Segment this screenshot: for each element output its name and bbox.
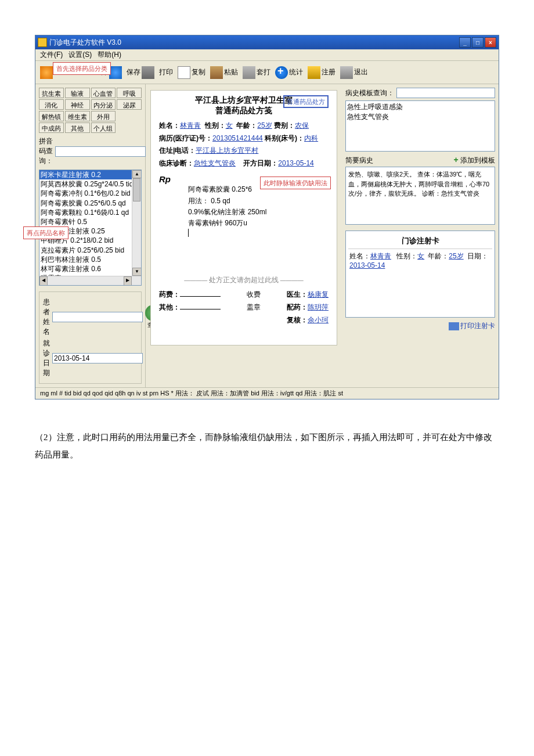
window-title: 门诊电子处方软件 V3.0 bbox=[49, 38, 121, 48]
new-icon bbox=[40, 66, 53, 79]
text-cursor bbox=[188, 229, 189, 237]
rx-line: 用法： 0.5 qd bbox=[188, 196, 329, 207]
category-button[interactable]: 个人组套 bbox=[91, 123, 116, 133]
category-button[interactable]: 外用 bbox=[91, 111, 116, 121]
template-item[interactable]: 急性支气管炎 bbox=[347, 112, 493, 122]
rx-stamp: 普通药品处方 bbox=[283, 95, 329, 108]
prescription-paper: 平江县上坊乡宜平村卫生室 普通药品处方笺 普通药品处方 姓名：林青青 性别：女 … bbox=[150, 90, 337, 345]
drug-list-item[interactable]: 阿米卡星注射液 0.2 bbox=[39, 170, 141, 179]
scroll-left-icon[interactable]: ◀ bbox=[39, 276, 48, 286]
key-icon bbox=[308, 66, 320, 79]
scroll-up-icon[interactable]: ▲ bbox=[132, 170, 142, 178]
exit-icon bbox=[340, 66, 353, 79]
save-button[interactable]: 保存 bbox=[124, 63, 157, 82]
pinyin-input[interactable] bbox=[55, 146, 146, 157]
copy-icon bbox=[178, 66, 190, 79]
rx-footer: 药费： 其他： 收费盖章 医生：杨康复 配药：陈玥萍 复核：余小珂 bbox=[159, 289, 329, 326]
category-button[interactable]: 泌尿 bbox=[117, 99, 142, 110]
drug-list-item[interactable]: 阿莫西林胶囊 0.25g*24/0.5 tid bbox=[39, 179, 141, 189]
copy-button[interactable]: 复制 bbox=[175, 63, 208, 82]
plus-icon bbox=[275, 66, 288, 79]
drug-list-item[interactable]: 阿奇霉素胶囊 0.25*6/0.5 qd bbox=[39, 199, 141, 208]
category-button[interactable]: 心血管 bbox=[91, 88, 116, 98]
reg-button[interactable]: 注册 bbox=[305, 63, 338, 82]
status-bar: mg ml # tid bid qd qod qid q8h qn iv st … bbox=[35, 387, 499, 399]
paste-button[interactable]: 粘贴 bbox=[208, 63, 240, 82]
maximize-button[interactable]: □ bbox=[472, 37, 484, 48]
patient-name-input[interactable] bbox=[52, 312, 143, 322]
printer-icon bbox=[142, 66, 154, 79]
callout-category: 首先选择药品分类 bbox=[53, 62, 111, 75]
template-list[interactable]: 急性上呼吸道感染急性支气管炎 bbox=[345, 100, 495, 152]
visit-date-label: 就诊日期 bbox=[43, 339, 50, 378]
toolbar: 首先选择药品分类 开 保存 打印 复制 粘贴 套打 统计 注册 退出 bbox=[35, 61, 499, 84]
rx-line: 0.9%氯化钠注射液 250ml bbox=[188, 207, 329, 218]
open-icon bbox=[109, 66, 122, 79]
category-grid: 抗生素输液心血管呼吸消化神经内分泌泌尿解热镇痛维生素激素外用中成药其他个人组套 bbox=[39, 88, 142, 133]
template-search-label: 病史模板查询： bbox=[345, 88, 394, 98]
rx-line: 青霉素钠针 960万u bbox=[188, 218, 329, 229]
patient-name-label: 患者姓名 bbox=[43, 297, 50, 337]
menu-file[interactable]: 文件(F) bbox=[38, 49, 65, 61]
paste-icon bbox=[210, 66, 223, 79]
drug-list-item[interactable]: 克拉霉素片 0.25*6/0.25 bid bbox=[39, 246, 141, 255]
visit-date-input[interactable] bbox=[52, 353, 143, 363]
history-textarea[interactable]: 发热、咳嗽、咳痰2天。 查体：体温39℃，咽充血，两侧扁桃体无肿大，两肺呼吸音增… bbox=[345, 167, 495, 225]
history-title: 简要病史 bbox=[345, 156, 373, 165]
scrollbar-horizontal[interactable]: ◀ ▶ bbox=[39, 276, 141, 285]
drug-list-item[interactable]: 阿奇霉素针 0.5 bbox=[39, 217, 141, 226]
category-button[interactable]: 呼吸 bbox=[117, 88, 142, 98]
category-button[interactable]: 神经 bbox=[65, 99, 90, 110]
callout-iv: 此时静脉输液仍缺用法 bbox=[260, 177, 331, 189]
inj-info: 姓名：林青青 性别：女 年龄：25岁 日期：2013-05-14 bbox=[348, 249, 492, 272]
print-button[interactable]: 打印 bbox=[157, 63, 175, 82]
category-button[interactable]: 输液 bbox=[65, 88, 90, 98]
scrollbar-vertical[interactable]: ▲ ▼ bbox=[132, 170, 141, 276]
print-icon bbox=[449, 322, 459, 330]
minimize-button[interactable]: _ bbox=[459, 37, 471, 48]
rx-patient-info: 姓名：林青青 性别：女 年龄：25岁 费别：农保 病历(医疗证)号：201305… bbox=[159, 120, 329, 170]
patient-search-box: 患者姓名 查询 就诊日期 bbox=[39, 291, 142, 384]
template-item[interactable]: 急性上呼吸道感染 bbox=[347, 102, 493, 112]
scroll-right-icon[interactable]: ▶ bbox=[124, 276, 132, 286]
stat-button[interactable]: 统计 bbox=[273, 63, 305, 82]
exit-button[interactable]: 退出 bbox=[338, 63, 370, 82]
scroll-thumb[interactable] bbox=[133, 178, 140, 201]
drug-list-item[interactable]: 阿奇霉素冲剂 0.1*6包/0.2 bid bbox=[39, 189, 141, 198]
category-button[interactable]: 维生素激素 bbox=[65, 111, 90, 121]
injection-card: 门诊注射卡 姓名：林青青 性别：女 年龄：25岁 日期：2013-05-14 bbox=[345, 231, 495, 318]
titlebar: 门诊电子处方软件 V3.0 _ □ × bbox=[35, 35, 499, 49]
drug-list-item[interactable]: 阿奇霉素颗粒 0.1*6袋/0.1 qd bbox=[39, 208, 141, 217]
right-panel: 病史模板查询： 急性上呼吸道感染急性支气管炎 简要病史 + 添加到模板 发热、咳… bbox=[342, 84, 499, 387]
left-panel: 抗生素输液心血管呼吸消化神经内分泌泌尿解热镇痛维生素激素外用中成药其他个人组套 … bbox=[35, 84, 146, 387]
split-icon bbox=[243, 66, 255, 79]
app-window: 门诊电子处方软件 V3.0 _ □ × 文件(F) 设置(S) 帮助(H) 首先… bbox=[35, 35, 499, 399]
pinyin-label: 拼音码查询： bbox=[39, 136, 53, 166]
add-template-button[interactable]: + 添加到模板 bbox=[453, 155, 495, 165]
drug-list-item[interactable]: 林可霉素注射液 0.6 bbox=[39, 264, 141, 273]
callout-drug: 再点药品名称 bbox=[23, 226, 68, 239]
app-icon bbox=[38, 38, 47, 47]
caption-text: （2）注意，此时口用药的用法用量已齐全，而静脉输液组仍缺用法，如下图所示，再插入… bbox=[35, 429, 499, 463]
category-button[interactable]: 消化 bbox=[39, 99, 64, 110]
template-search-input[interactable] bbox=[396, 88, 495, 98]
category-button[interactable]: 内分泌 bbox=[91, 99, 116, 110]
category-button[interactable]: 中成药 bbox=[39, 123, 64, 133]
drug-list-item[interactable]: 利巴韦林注射液 0.5 bbox=[39, 255, 141, 264]
rx-body[interactable]: Rp 阿奇霉素胶囊 0.25*6 用法： 0.5 qd0.9%氯化钠注射液 25… bbox=[159, 174, 329, 240]
category-button[interactable]: 其他 bbox=[65, 123, 90, 133]
menu-settings[interactable]: 设置(S) bbox=[66, 49, 94, 61]
menubar: 文件(F) 设置(S) 帮助(H) bbox=[35, 49, 499, 61]
split-button[interactable]: 套打 bbox=[240, 63, 273, 82]
scroll-down-icon[interactable]: ▼ bbox=[132, 268, 142, 276]
menu-help[interactable]: 帮助(H) bbox=[95, 49, 124, 61]
category-button[interactable]: 抗生素 bbox=[39, 88, 64, 98]
category-button[interactable]: 解热镇痛 bbox=[39, 111, 64, 121]
plus-icon: + bbox=[453, 155, 458, 164]
close-button[interactable]: × bbox=[485, 37, 496, 48]
center-panel: 平江县上坊乡宜平村卫生室 普通药品处方笺 普通药品处方 姓名：林青青 性别：女 … bbox=[146, 84, 342, 387]
print-injection-button[interactable]: 打印注射卡 bbox=[345, 321, 495, 331]
rx-divider: ———— 处方正文请勿超过此线 ———— bbox=[159, 275, 329, 285]
inj-title: 门诊注射卡 bbox=[348, 233, 492, 249]
